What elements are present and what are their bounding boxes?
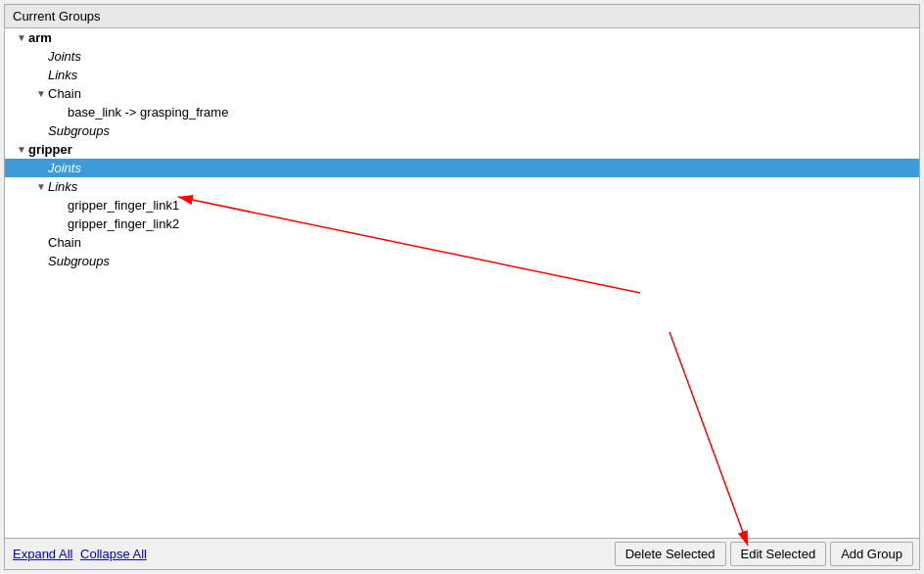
label-arm: arm bbox=[28, 30, 52, 45]
bottom-right-actions: Delete Selected Edit Selected Add Group bbox=[615, 542, 913, 566]
tree-arrow-gripper-links: ▼ bbox=[36, 181, 48, 192]
tree-item-gripper-chain[interactable]: Chain bbox=[5, 233, 919, 252]
tree-arrow-gripper: ▼ bbox=[17, 144, 28, 155]
tree-item-arm-chain-value[interactable]: base_link -> grasping_frame bbox=[5, 103, 919, 121]
bottom-bar: Expand All Collapse All Delete Selected … bbox=[5, 538, 919, 569]
tree-no-arrow-arm-subgroups bbox=[36, 125, 48, 136]
tree-no-arrow-gripper-joints bbox=[36, 163, 48, 173]
tree-no-arrow-gripper-links-2 bbox=[56, 218, 68, 229]
add-group-button[interactable]: Add Group bbox=[830, 542, 913, 566]
label-gripper-links: Links bbox=[48, 179, 77, 194]
label-arm-subgroups: Subgroups bbox=[48, 123, 110, 138]
collapse-all-button[interactable]: Collapse All bbox=[78, 547, 149, 561]
label-gripper-chain: Chain bbox=[48, 235, 81, 250]
tree-no-arrow-gripper-subgroups bbox=[36, 256, 48, 266]
delete-selected-button[interactable]: Delete Selected bbox=[615, 542, 726, 566]
tree-item-gripper-links[interactable]: ▼ Links bbox=[5, 177, 919, 196]
tree-item-arm-links[interactable]: Links bbox=[5, 66, 919, 84]
tree-arrow-arm: ▼ bbox=[17, 32, 28, 43]
label-arm-chain: Chain bbox=[48, 86, 81, 101]
panel-title: Current Groups bbox=[5, 5, 919, 28]
tree-no-arrow-gripper-chain bbox=[36, 237, 48, 248]
label-gripper-links-2: gripper_finger_link2 bbox=[68, 216, 179, 231]
tree-item-gripper-links-2[interactable]: gripper_finger_link2 bbox=[5, 215, 919, 233]
tree-container[interactable]: ▼ arm Joints Links ▼ Chain base_link -> … bbox=[5, 28, 919, 538]
tree-no-arrow-gripper-links-1 bbox=[56, 200, 68, 211]
edit-selected-button[interactable]: Edit Selected bbox=[730, 542, 827, 566]
tree-item-arm[interactable]: ▼ arm bbox=[5, 28, 919, 47]
tree-item-arm-chain[interactable]: ▼ Chain bbox=[5, 84, 919, 103]
tree-item-gripper-subgroups[interactable]: Subgroups bbox=[5, 252, 919, 270]
tree-item-gripper-links-1[interactable]: gripper_finger_link1 bbox=[5, 196, 919, 215]
tree-item-arm-subgroups[interactable]: Subgroups bbox=[5, 121, 919, 140]
expand-all-button[interactable]: Expand All bbox=[11, 547, 74, 561]
label-gripper: gripper bbox=[28, 142, 72, 157]
label-arm-links: Links bbox=[48, 68, 77, 82]
tree-no-arrow-arm-links bbox=[36, 70, 48, 80]
tree-item-gripper[interactable]: ▼ gripper bbox=[5, 140, 919, 159]
label-arm-chain-value: base_link -> grasping_frame bbox=[68, 105, 228, 120]
label-gripper-links-1: gripper_finger_link1 bbox=[68, 198, 179, 213]
tree-no-arrow-arm-joints bbox=[36, 51, 48, 62]
tree-item-arm-joints[interactable]: Joints bbox=[5, 47, 919, 66]
tree-arrow-arm-chain: ▼ bbox=[36, 88, 48, 99]
tree-no-arrow-arm-chain-value bbox=[56, 107, 68, 118]
tree-item-gripper-joints[interactable]: Joints bbox=[5, 159, 919, 177]
label-arm-joints: Joints bbox=[48, 49, 81, 64]
label-gripper-subgroups: Subgroups bbox=[48, 254, 110, 268]
bottom-left-actions: Expand All Collapse All bbox=[11, 547, 149, 561]
label-gripper-joints: Joints bbox=[48, 161, 81, 175]
